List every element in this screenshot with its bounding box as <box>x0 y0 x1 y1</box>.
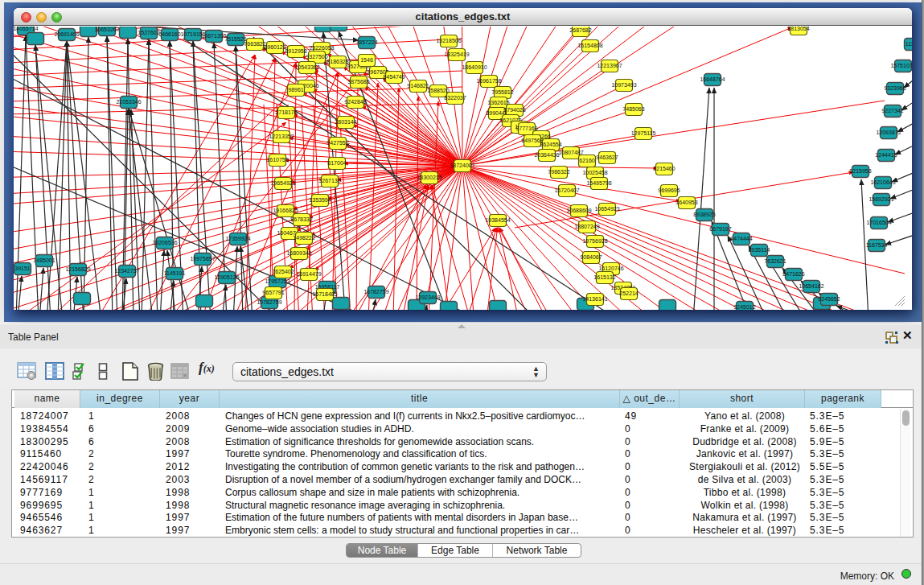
svg-text:9242848: 9242848 <box>344 99 366 105</box>
svg-text:10688609: 10688609 <box>566 208 591 213</box>
svg-text:12156829: 12156829 <box>65 266 90 272</box>
svg-text:19654923: 19654923 <box>270 180 295 186</box>
svg-text:16961758: 16961758 <box>476 78 501 84</box>
svg-text:8678332: 8678332 <box>290 216 312 222</box>
svg-text:19975857: 19975857 <box>190 256 215 262</box>
svg-text:1546: 1546 <box>360 57 373 63</box>
svg-text:8186328: 8186328 <box>326 59 348 64</box>
svg-text:1485001: 1485001 <box>33 257 55 263</box>
svg-text:23226058: 23226058 <box>309 45 334 51</box>
svg-text:16809346: 16809346 <box>286 250 311 256</box>
svg-text:1610755: 1610755 <box>266 157 288 163</box>
svg-text:7986322: 7986322 <box>548 169 569 175</box>
svg-text:8471626: 8471626 <box>782 271 804 277</box>
svg-text:7857224: 7857224 <box>355 39 377 45</box>
svg-text:18300215: 18300215 <box>417 175 441 180</box>
svg-text:21053346: 21053346 <box>116 99 141 105</box>
svg-text:14136141: 14136141 <box>582 296 607 302</box>
svg-text:10782759: 10782759 <box>257 299 281 305</box>
svg-text:2935114: 2935114 <box>749 247 770 253</box>
svg-text:10653267: 10653267 <box>94 27 119 32</box>
svg-text:7485063: 7485063 <box>622 106 644 112</box>
svg-text:1588520: 1588520 <box>427 88 449 93</box>
svg-text:17957253: 17957253 <box>265 278 290 284</box>
svg-text:1498222: 1498222 <box>293 235 314 241</box>
svg-text:2687682: 2687682 <box>569 27 591 33</box>
svg-text:10671355: 10671355 <box>201 33 226 39</box>
svg-text:20206536: 20206536 <box>152 240 177 245</box>
svg-text:16033809: 16033809 <box>326 27 351 27</box>
svg-text:12213352: 12213352 <box>269 134 294 139</box>
svg-text:7955812: 7955812 <box>491 89 513 95</box>
svg-text:12923448: 12923448 <box>415 295 440 300</box>
svg-text:18724007: 18724007 <box>450 163 474 168</box>
svg-text:20691406: 20691406 <box>54 31 79 37</box>
svg-text:1615132: 1615132 <box>593 274 615 280</box>
svg-text:14055714: 14055714 <box>14 27 39 31</box>
svg-text:8322037: 8322037 <box>444 95 466 101</box>
svg-text:7663822: 7663822 <box>244 41 265 47</box>
svg-text:6794028: 6794028 <box>503 107 525 113</box>
svg-text:6466160: 6466160 <box>158 31 180 37</box>
svg-text:10543362: 10543362 <box>294 64 319 70</box>
svg-text:8813054: 8813054 <box>787 27 809 31</box>
svg-text:8960123: 8960123 <box>264 44 285 50</box>
svg-text:18640910: 18640910 <box>462 64 487 70</box>
svg-text:16782759: 16782759 <box>363 289 388 295</box>
svg-text:16154808: 16154808 <box>577 43 602 48</box>
svg-text:8454749: 8454749 <box>383 74 405 80</box>
svg-text:10973493: 10973493 <box>611 82 636 88</box>
svg-text:9215460: 9215460 <box>653 166 675 171</box>
svg-text:3875685: 3875685 <box>347 79 369 84</box>
svg-text:12342737: 12342737 <box>114 268 139 274</box>
svg-text:9323966: 9323966 <box>884 85 906 91</box>
svg-text:8938925: 8938925 <box>693 212 715 217</box>
svg-text:13325419: 13325419 <box>444 51 469 57</box>
svg-text:6679197: 6679197 <box>709 226 731 232</box>
svg-text:12213967: 12213967 <box>597 63 622 68</box>
svg-text:15751074: 15751074 <box>890 63 912 68</box>
svg-text:252214: 252214 <box>619 290 638 296</box>
svg-text:12905135: 12905135 <box>214 274 239 280</box>
svg-text:9084067: 9084067 <box>580 254 602 260</box>
svg-text:1640953: 1640953 <box>676 200 697 205</box>
svg-text:16210643: 16210643 <box>870 179 895 185</box>
svg-text:1145191: 1145191 <box>164 270 186 276</box>
svg-text:9227342: 9227342 <box>881 108 903 113</box>
svg-text:15720407: 15720407 <box>554 187 579 193</box>
svg-text:817004: 817004 <box>327 160 346 166</box>
svg-text:13218506: 13218506 <box>436 38 461 43</box>
svg-text:1244415: 1244415 <box>875 152 897 158</box>
svg-text:9657791: 9657791 <box>262 290 284 295</box>
svg-text:15692921: 15692921 <box>869 196 893 202</box>
svg-text:12975115: 12975115 <box>631 130 656 136</box>
svg-text:10654162: 10654162 <box>799 283 823 289</box>
svg-text:16914479: 16914479 <box>296 271 321 277</box>
svg-text:12093872: 12093872 <box>876 130 901 135</box>
svg-text:8215958: 8215958 <box>849 168 871 174</box>
svg-text:19166825: 19166825 <box>273 208 298 213</box>
svg-text:16648764: 16648764 <box>700 76 725 82</box>
svg-text:9327500: 9327500 <box>306 54 327 60</box>
svg-text:9427552: 9427552 <box>326 140 348 146</box>
svg-text:9245012: 9245012 <box>733 304 755 310</box>
svg-text:15495798: 15495798 <box>586 180 611 186</box>
svg-text:8912958: 8912958 <box>285 48 306 54</box>
svg-text:3267130: 3267130 <box>318 178 340 183</box>
svg-text:19384554: 19384554 <box>485 217 510 223</box>
svg-text:39151: 39151 <box>14 266 31 271</box>
svg-text:1167534: 1167534 <box>866 242 888 248</box>
svg-text:10025458: 10025458 <box>582 170 607 175</box>
svg-text:2718176: 2718176 <box>275 109 297 115</box>
svg-text:15718485: 15718485 <box>312 291 337 297</box>
svg-text:16120746: 16120746 <box>598 266 623 271</box>
svg-text:7632621: 7632621 <box>764 258 786 264</box>
svg-text:98961: 98961 <box>288 87 304 93</box>
svg-text:9463627: 9463627 <box>596 154 618 160</box>
svg-text:17359924: 17359924 <box>225 236 250 241</box>
svg-text:18807249: 18807249 <box>574 224 599 229</box>
svg-text:9474444: 9474444 <box>730 236 752 241</box>
svg-text:20364436: 20364436 <box>534 152 559 158</box>
svg-text:1362615: 1362615 <box>487 100 509 105</box>
svg-text:1527602: 1527602 <box>138 30 159 35</box>
